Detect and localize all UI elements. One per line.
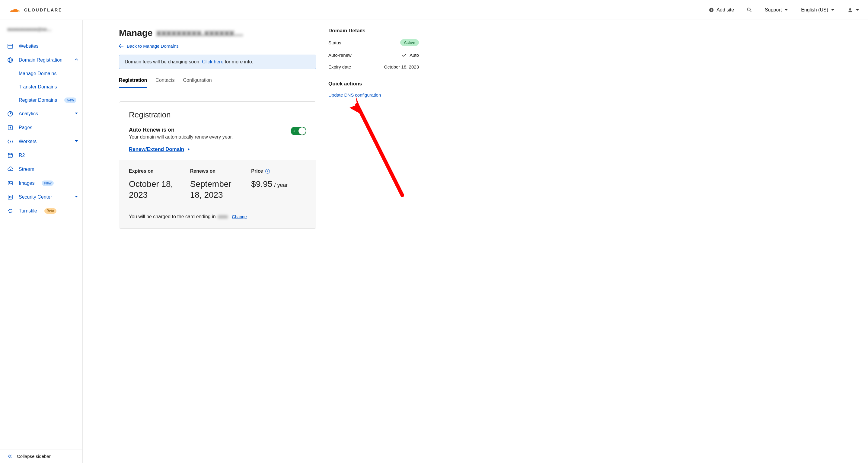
autorenew-row: Auto-renew Auto (329, 53, 419, 58)
chevron-down-icon (784, 8, 788, 12)
svg-point-3 (849, 8, 851, 10)
cloudflare-cloud-icon (6, 6, 22, 14)
expires-column: Expires on October 18, 2023 (129, 168, 184, 201)
sidebar-item-workers[interactable]: Workers (0, 134, 83, 149)
sidebar-item-stream[interactable]: Stream (0, 162, 83, 176)
sidebar-account-selector[interactable]: xxxxxxxxxxxx@xx… (0, 20, 83, 37)
sidebar-item-security-center[interactable]: Security Center (0, 190, 83, 204)
lightning-icon (7, 125, 13, 131)
checkmark-icon: ✓ (293, 129, 296, 133)
language-label: English (US) (801, 7, 828, 13)
sidebar-item-label: Transfer Domains (19, 84, 57, 90)
renew-extend-link[interactable]: Renew/Extend Domain (129, 146, 190, 152)
sidebar-item-label: Workers (19, 139, 36, 144)
price-per: / year (274, 182, 288, 188)
new-badge: New (64, 97, 76, 103)
account-label: xxxxxxxxxxxx@xx… (7, 27, 51, 32)
expires-value: October 18, 2023 (129, 179, 184, 201)
brand-logo[interactable]: CLOUDFLARE (6, 6, 62, 14)
sidebar-item-label: Manage Domains (19, 71, 56, 76)
support-label: Support (765, 7, 782, 13)
auto-renew-row: Auto Renew is on Your domain will automa… (129, 127, 306, 140)
card-heading: Registration (129, 110, 306, 120)
sidebar-item-domain-registration[interactable]: Domain Registration (0, 53, 83, 67)
sidebar-item-label: Security Center (19, 194, 52, 200)
status-badge: Active (400, 39, 419, 46)
chevron-down-icon (74, 194, 78, 200)
user-icon (847, 7, 853, 13)
sidebar-item-analytics[interactable]: Analytics (0, 107, 83, 121)
price-label: Price i (251, 168, 306, 174)
page-title-prefix: Manage (119, 28, 153, 38)
workers-icon (7, 138, 13, 145)
page-title: Manage xxxxxxxxx.xxxxxx… (119, 28, 316, 38)
expiry-row: Expiry date October 18, 2023 (329, 64, 419, 69)
cloud-play-icon (7, 166, 13, 172)
change-card-link[interactable]: Change (232, 214, 247, 219)
sidebar-item-label: Domain Registration (19, 57, 62, 63)
svg-point-16 (10, 197, 10, 197)
tabs: Registration Contacts Configuration (119, 78, 316, 88)
sidebar-item-websites[interactable]: Websites (0, 39, 83, 53)
back-to-manage-domains-link[interactable]: Back to Manage Domains (119, 43, 179, 49)
brand-text: CLOUDFLARE (24, 7, 62, 12)
sidebar-item-label: Stream (19, 166, 34, 172)
expiry-value: October 18, 2023 (384, 64, 419, 69)
sidebar-item-label: R2 (19, 153, 25, 158)
plus-circle-icon (709, 7, 714, 13)
status-label: Status (329, 40, 341, 45)
collapse-sidebar-button[interactable]: Collapse sidebar (0, 449, 83, 463)
main-column: Manage xxxxxxxxx.xxxxxx… Back to Manage … (119, 28, 316, 229)
sidebar-item-r2[interactable]: R2 (0, 149, 83, 162)
search-icon (747, 7, 752, 13)
add-site-button[interactable]: Add site (709, 7, 734, 13)
svg-point-1 (747, 8, 750, 11)
tab-configuration[interactable]: Configuration (183, 78, 212, 88)
sidebar-item-transfer-domains[interactable]: Transfer Domains (0, 80, 83, 94)
sidebar-item-images[interactable]: Images New (0, 176, 83, 190)
quick-actions-heading: Quick actions (329, 81, 419, 87)
sidebar-item-register-domains[interactable]: Register Domains New (0, 94, 83, 107)
auto-renew-toggle[interactable]: ✓ (291, 127, 306, 135)
notice-text-post: for more info. (223, 59, 253, 64)
status-row: Status Active (329, 39, 419, 46)
card-body: Expires on October 18, 2023 Renews on Se… (119, 160, 316, 228)
sidebar-item-manage-domains[interactable]: Manage Domains (0, 67, 83, 80)
notice-link[interactable]: Click here (202, 59, 223, 64)
topbar: CLOUDFLARE Add site Support English (US) (0, 0, 868, 20)
language-menu[interactable]: English (US) (801, 7, 835, 13)
refresh-icon (7, 208, 13, 214)
new-badge: New (42, 181, 54, 186)
svg-line-2 (750, 10, 751, 12)
expires-label: Expires on (129, 168, 184, 174)
tab-registration[interactable]: Registration (119, 78, 147, 88)
sidebar-item-pages[interactable]: Pages (0, 121, 83, 134)
info-icon[interactable]: i (265, 169, 270, 174)
account-menu[interactable] (847, 7, 860, 13)
tab-contacts[interactable]: Contacts (155, 78, 175, 88)
sidebar-item-label: Websites (19, 43, 39, 49)
browser-icon (7, 43, 13, 49)
shield-target-icon (7, 194, 13, 200)
charge-text-pre: You will be charged to the card ending i… (129, 214, 216, 219)
sidebar-nav: Websites Domain Registration Manage Doma… (0, 37, 83, 449)
chevron-down-icon (855, 8, 860, 12)
chevron-down-icon (74, 139, 78, 144)
beta-badge: Beta (44, 208, 57, 214)
support-menu[interactable]: Support (765, 7, 788, 13)
topbar-right: Add site Support English (US) (709, 7, 860, 13)
database-icon (7, 152, 13, 158)
renew-extend-label: Renew/Extend Domain (129, 146, 184, 152)
globe-icon (7, 57, 13, 63)
chevron-down-icon (74, 111, 78, 117)
charge-description: You will be charged to the card ending i… (129, 214, 306, 219)
sidebar-item-turnstile[interactable]: Turnstile Beta (0, 204, 83, 218)
collapse-icon (74, 57, 78, 63)
sidebar: xxxxxxxxxxxx@xx… Websites Domain Registr… (0, 20, 83, 463)
right-column: Domain Details Status Active Auto-renew … (329, 28, 419, 97)
annotation-arrow (346, 96, 407, 198)
search-button[interactable] (747, 7, 752, 13)
sidebar-item-label: Pages (19, 125, 32, 130)
update-dns-link[interactable]: Update DNS configuration (329, 92, 419, 97)
shell: xxxxxxxxxxxx@xx… Websites Domain Registr… (0, 20, 868, 463)
